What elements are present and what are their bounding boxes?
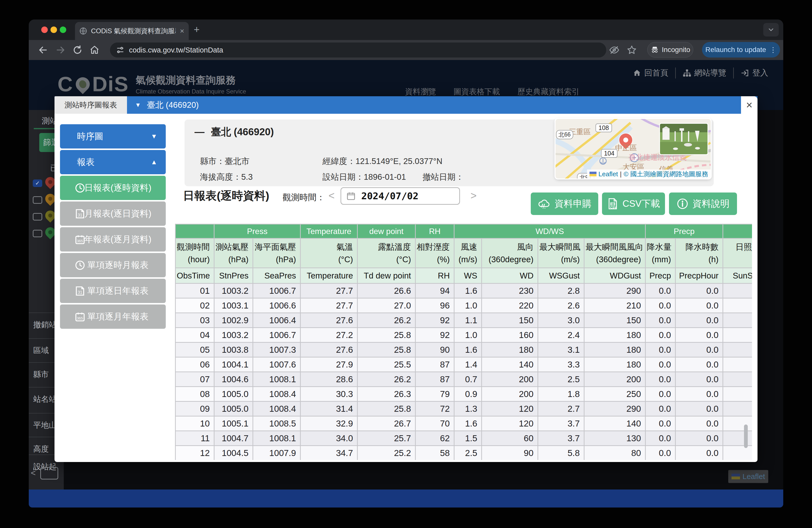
leaflet-link[interactable]: Leaflet <box>742 472 765 481</box>
table-column-code: Td dew point <box>358 268 416 283</box>
station-type-checkbox[interactable] <box>33 230 42 237</box>
sidebar-button[interactable]: 365年報表(逐月資料) <box>60 227 166 251</box>
quick-link-login[interactable]: 登入 <box>741 68 768 78</box>
sidebar-button[interactable]: 365單項逐月年報表 <box>60 305 166 329</box>
sidebar-button[interactable]: 報表▲ <box>60 150 166 174</box>
table-scrollbar-thumb[interactable] <box>744 425 748 448</box>
table-cell: 03 <box>175 313 214 328</box>
table-column-header: 氣溫(°C) <box>301 238 358 268</box>
site-nav-item[interactable]: 圖資表格下載 <box>453 87 500 97</box>
sidebar-button[interactable]: 時序圖▼ <box>60 124 166 148</box>
prev-day-button[interactable]: < <box>329 190 335 202</box>
table-cell: 0.0 <box>646 387 676 401</box>
panel-checkbox[interactable] <box>40 467 58 480</box>
table-cell: 1006.6 <box>253 298 301 313</box>
forward-icon[interactable] <box>55 44 67 56</box>
site-quick-links: 回首頁網站導覽登入 <box>633 68 768 78</box>
table-cell: 0.0 <box>646 372 676 387</box>
table-cell: 05 <box>175 342 214 357</box>
sidebar-button[interactable]: 31單項逐日年報表 <box>60 279 166 303</box>
site-nav-item[interactable]: 歷史典藏資料索引 <box>518 87 580 97</box>
bookmark-star-icon[interactable] <box>626 44 638 56</box>
table-cell <box>723 357 752 372</box>
table-cell: 79 <box>416 387 454 401</box>
action-button-cloud[interactable]: 資料申購 <box>531 192 598 215</box>
sidebar-button[interactable]: 日報表(逐時資料) <box>60 176 166 200</box>
panel-collapse-arrow[interactable]: < <box>31 468 36 478</box>
report-table: PressTemperaturedew pointRHWD/WSPrecp觀測時… <box>175 224 752 460</box>
quick-link-sitemap[interactable]: 網站導覽 <box>683 68 726 78</box>
table-cell: 1007.3 <box>253 342 301 357</box>
table-cell: 2.7 <box>538 401 584 416</box>
back-icon[interactable] <box>37 44 49 56</box>
table-cell: 1.6 <box>454 342 482 357</box>
map-source-link[interactable]: © 國土測繪圖資網路地圖服務 <box>624 170 708 178</box>
next-day-button[interactable]: > <box>470 190 477 202</box>
sidebar-button-label: 日報表(逐時資料) <box>74 182 151 194</box>
eye-off-icon[interactable] <box>608 44 620 56</box>
table-cell: 0.0 <box>676 313 723 328</box>
table-cell: 92 <box>416 328 454 342</box>
browser-menu-icon[interactable]: ⋮ <box>769 46 777 54</box>
browser-toolbar: codis.cwa.gov.tw/StationData Incognito R… <box>29 40 783 60</box>
table-cell: 25.7 <box>358 431 416 446</box>
table-cell <box>723 283 752 298</box>
table-cell: 1004.5 <box>214 446 253 460</box>
relaunch-button[interactable]: Relaunch to update ⋮ <box>702 42 780 58</box>
site-nav-item[interactable]: 資料瀏覽 <box>405 87 436 97</box>
traffic-close-button[interactable] <box>41 27 48 33</box>
modal-close-button[interactable]: × <box>741 96 757 114</box>
action-button-info[interactable]: 資料說明 <box>669 192 737 215</box>
browser-tab[interactable]: CODiS 氣候觀測資料查詢服務 × <box>75 22 189 40</box>
collapse-icon[interactable]: — <box>194 126 204 137</box>
tab-search-button[interactable] <box>763 23 779 36</box>
svg-text:365: 365 <box>77 316 83 320</box>
station-type-checkbox[interactable] <box>33 196 42 204</box>
station-field: 撤站日期： <box>422 172 464 183</box>
date-picker[interactable]: 2024/07/02 <box>340 187 460 205</box>
modal-tab[interactable]: 測站時序圖報表 <box>55 96 127 114</box>
sidebar-button[interactable]: 31月報表(逐日資料) <box>60 202 166 226</box>
station-type-checkbox[interactable] <box>33 213 42 220</box>
reload-icon[interactable] <box>72 44 84 56</box>
table-cell: 26.2 <box>358 372 416 387</box>
table-cell: 2.5 <box>538 372 584 387</box>
url-bar[interactable]: codis.cwa.gov.tw/StationData <box>110 43 606 58</box>
table-cell: 0.0 <box>676 446 723 460</box>
sidebar-button[interactable]: 單項逐時月報表 <box>60 253 166 277</box>
quick-link-label: 網站導覽 <box>694 68 726 78</box>
traffic-zoom-button[interactable] <box>60 27 66 33</box>
new-tab-button[interactable]: + <box>194 24 200 35</box>
table-column-header: 相對溼度(%) <box>416 238 454 268</box>
action-button-csv[interactable]: CSVCSV下載 <box>602 192 665 215</box>
table-cell: 250 <box>584 387 646 401</box>
table-cell: 0.0 <box>646 298 676 313</box>
table-cell: 1006.4 <box>253 313 301 328</box>
traffic-minimize-button[interactable] <box>50 27 57 33</box>
table-row: 021003.11006.627.727.0961.02202.62100.00… <box>175 298 752 313</box>
tab-close-icon[interactable]: × <box>180 27 184 35</box>
leaflet-link[interactable]: Leaflet <box>598 170 618 178</box>
svg-text:31: 31 <box>78 290 82 294</box>
table-cell: 1006.7 <box>253 328 301 342</box>
table-cell: 200 <box>482 372 538 387</box>
table-row: 071004.61008.128.626.2870.72002.52000.00… <box>175 372 752 387</box>
home-icon <box>633 69 641 77</box>
table-column-header: 降水時數(h) <box>676 238 723 268</box>
quick-link-home[interactable]: 回首頁 <box>633 68 668 78</box>
table-cell <box>723 387 752 401</box>
station-mini-map[interactable]: 三重區中正區大安區信義臺北捷運淡水信義108104北66北91 <box>555 119 711 178</box>
table-group-row: PressTemperaturedew pointRHWD/WSPrecp <box>175 224 752 238</box>
station-info-card: — 臺北 (466920) 縣市：臺北市經緯度：121.5149°E, 25.0… <box>185 119 714 186</box>
station-selector[interactable]: ▼ 臺北 (466920) <box>135 96 199 114</box>
site-settings-icon[interactable] <box>116 46 125 54</box>
table-cell: 1.6 <box>454 416 482 431</box>
home-icon[interactable] <box>88 44 101 56</box>
table-cell: 1003.8 <box>214 342 253 357</box>
station-field: 經緯度：121.5149°E, 25.0377°N <box>322 156 443 167</box>
table-cell: 180 <box>584 342 646 357</box>
table-cell: 1.0 <box>454 298 482 313</box>
table-cell: 1006.7 <box>253 283 301 298</box>
station-type-checkbox[interactable]: ✓ <box>33 179 42 187</box>
district-label: 中正區 <box>615 143 637 153</box>
